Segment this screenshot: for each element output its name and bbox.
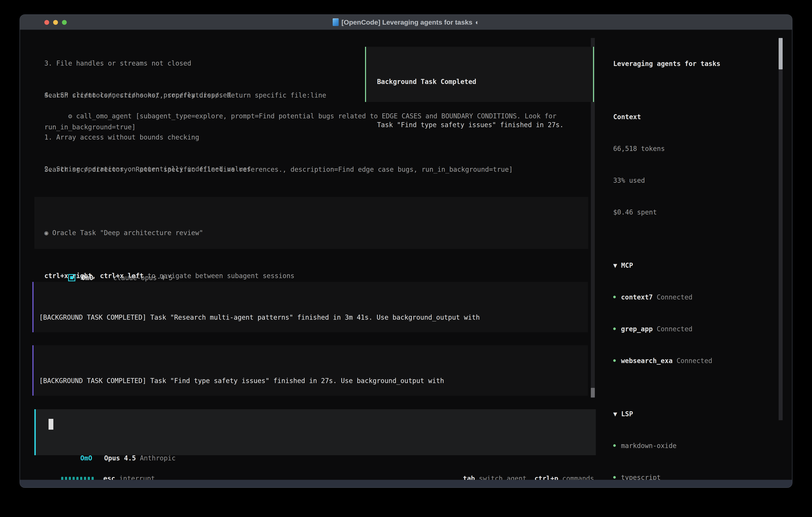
bullet-icon <box>613 359 616 362</box>
sidebar-scrollbar-track[interactable] <box>779 38 783 420</box>
minimize-button[interactable] <box>53 20 58 25</box>
prompt-input[interactable]: OmO Opus 4.5 Anthropic <box>34 409 596 455</box>
task-line: [BACKGROUND TASK COMPLETED] Task "Resear… <box>39 312 588 323</box>
bullet-icon <box>613 444 616 447</box>
collapse-icon: ▼ <box>613 410 617 418</box>
oracle-task-title-line: ◉ Oracle Task "Deep architecture review" <box>45 227 588 238</box>
activity-icon: ◐ <box>475 19 480 26</box>
chat-line: 1. Array access without bounds checking <box>45 132 298 142</box>
notification-toast: Background Task Completed Task "Find typ… <box>365 47 594 102</box>
separator-dot: · <box>101 274 105 282</box>
chat-line: Search src/tools/, src/hooks/, src/featu… <box>45 90 326 101</box>
mcp-item: websearch_exa Connected <box>613 355 779 366</box>
task-line: [BACKGROUND TASK COMPLETED] Task "Find t… <box>39 376 588 386</box>
chat-scrollbar-thumb[interactable] <box>591 388 595 398</box>
background-task-card: [BACKGROUND TASK COMPLETED] Task "Resear… <box>32 282 588 332</box>
agent-icon <box>68 274 75 281</box>
window-title-text: [OpenCode] Leveraging agents for tasks <box>342 19 472 26</box>
context-used: 33% used <box>613 175 779 186</box>
context-tokens: 66,518 tokens <box>613 143 779 154</box>
mcp-item: grep_app Connected <box>613 324 779 334</box>
lsp-section-header[interactable]: ▼ LSP <box>613 409 779 419</box>
bullet-icon <box>613 476 616 479</box>
notification-title: Background Task Completed <box>377 76 593 87</box>
bullet-icon <box>613 327 616 330</box>
sidebar-scrollbar-thumb[interactable] <box>779 38 783 70</box>
mcp-item: context7 Connected <box>613 292 779 302</box>
bullet-icon <box>613 296 616 298</box>
lsp-item: markdown-oxide <box>613 440 779 451</box>
session-title: Leveraging agents for tasks <box>613 58 779 69</box>
input-model-name: Opus 4.5 <box>104 454 136 462</box>
window-title: [OpenCode] Leveraging agents for tasks ◐ <box>333 19 479 26</box>
window-footer <box>20 480 792 487</box>
app-window: [OpenCode] Leveraging agents for tasks ◐… <box>20 15 792 488</box>
sidebar: Leveraging agents for tasks Context 66,5… <box>613 37 779 488</box>
document-icon <box>333 19 339 26</box>
oracle-task-panel: ◉ Oracle Task "Deep architecture review"… <box>34 197 588 249</box>
oracle-icon: ◉ <box>45 229 48 237</box>
chat-line: 3. File handles or streams not closed <box>45 58 231 69</box>
mcp-section-header[interactable]: ▼ MCP <box>613 260 779 271</box>
zoom-button[interactable] <box>62 20 67 25</box>
context-spent: $0.46 spent <box>613 207 779 218</box>
input-agent-name: OmO <box>80 454 92 462</box>
context-heading: Context <box>613 112 779 122</box>
input-provider-name: Anthropic <box>140 454 176 462</box>
chat-line: Search src/ directory. Return specific f… <box>45 164 513 175</box>
background-task-card: [BACKGROUND TASK COMPLETED] Task "Find t… <box>32 345 588 396</box>
agent-model: claude-opus-4-5 <box>113 274 173 282</box>
text-cursor <box>49 419 53 430</box>
agent-name: OmO <box>81 274 93 282</box>
notification-body: Task "Find type safety issues" finished … <box>377 119 593 130</box>
collapse-icon: ▼ <box>613 262 617 269</box>
title-bar: [OpenCode] Leveraging agents for tasks ◐ <box>20 15 792 30</box>
close-button[interactable] <box>45 20 49 25</box>
window-controls <box>45 15 67 30</box>
